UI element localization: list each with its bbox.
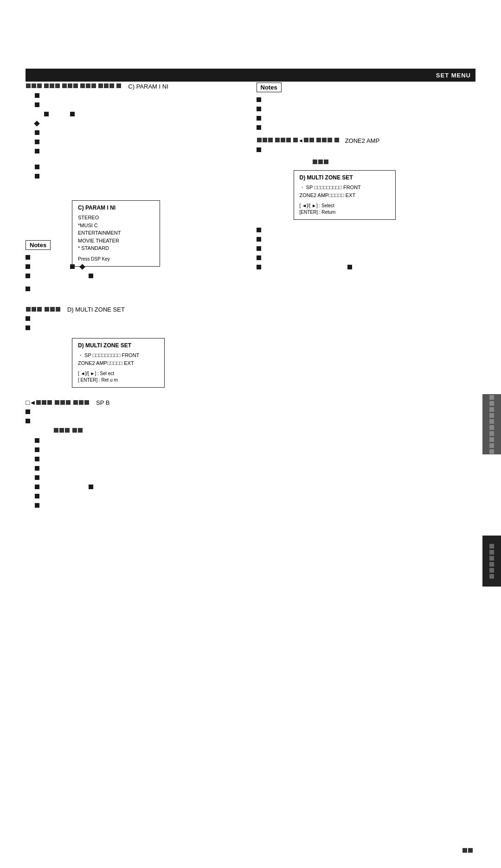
right-bullet-1 xyxy=(257,96,474,103)
sp-b-jp: □◄ xyxy=(26,399,90,406)
right-column: Notes ◄ ZONE2 AMP xyxy=(257,83,474,273)
top-bar: SET MENU xyxy=(26,69,475,82)
notes-bullet-3 xyxy=(26,272,473,280)
left-bullet-8 xyxy=(35,163,243,171)
right-bullet-5 xyxy=(257,146,474,153)
param-box-movie: MOVIE THEATER xyxy=(78,237,154,245)
left-bullet-5 xyxy=(35,129,243,136)
right-sidebar-top xyxy=(482,394,501,454)
right-jp-small xyxy=(312,158,474,166)
sp-sub-bullet-4 xyxy=(35,465,473,472)
param-box-entertainment: ENTERTAINMENT xyxy=(78,229,154,237)
param-ini-box: C) PARAM I NI STEREO *MUSI C ENTERTAINME… xyxy=(72,200,243,267)
left-header-row: C) PARAM I NI xyxy=(26,83,243,90)
sp-sub-bullet-6 xyxy=(35,483,473,491)
right-multi-zone-box: D) MULTI ZONE SET ・ SP □□□□□□□□□ FRONT Z… xyxy=(294,170,474,220)
right-bullet-9 xyxy=(257,254,474,262)
right-bullet-3 xyxy=(257,115,474,122)
left-jp-placeholder xyxy=(26,83,122,89)
right-multi-zone-title: D) MULTI ZONE SET xyxy=(300,174,390,181)
sp-b-sub-jp xyxy=(53,427,473,434)
left-bullet-2 xyxy=(35,101,243,108)
right-multi-zone-hint: [ ◄]/[ ►] : Select[ENTER] : Return xyxy=(300,203,390,216)
zone2-jp: ◄ xyxy=(257,138,340,143)
top-bar-title: SET MENU xyxy=(436,72,471,79)
sp-sub-bullet-8 xyxy=(35,502,473,509)
left-bullet-3 xyxy=(44,110,243,118)
section-d-bullet-1 xyxy=(26,315,473,322)
sp-b-bullet-1 xyxy=(26,408,473,415)
main-multi-zone-box: D) MULTI ZONE SET ・ SP □□□□□□□□□ FRONT Z… xyxy=(72,338,473,388)
zone2-row: ◄ ZONE2 AMP xyxy=(257,137,474,144)
right-bullet-4 xyxy=(257,124,474,131)
section-d-header: D) MULTI ZONE SET xyxy=(26,306,473,313)
sp-sub-bullet-7 xyxy=(35,492,473,500)
right-multi-zone-line2: ZONE2 AMP□□□□□ EXT xyxy=(300,191,390,199)
param-box-stereo: STEREO xyxy=(78,214,154,222)
param-box-title: C) PARAM I NI xyxy=(78,204,154,211)
param-ini-label: C) PARAM I NI xyxy=(128,83,168,90)
section-d-label: D) MULTI ZONE SET xyxy=(67,306,125,313)
param-box-hint: Press DSP Key xyxy=(78,256,154,262)
right-jp-small-text xyxy=(312,158,329,166)
main-multi-zone-title: D) MULTI ZONE SET xyxy=(78,342,159,349)
left-bullet-6 xyxy=(35,138,243,146)
right-notes-badge: Notes xyxy=(257,83,282,92)
left-bullet-7 xyxy=(35,147,243,155)
section-d-jp xyxy=(26,306,61,313)
left-diamond xyxy=(35,120,243,127)
main-multi-zone-line1: ・ SP □□□□□□□□□ FRONT xyxy=(78,351,159,359)
sp-sub-bullet-5 xyxy=(35,474,473,481)
notes-bullet-4 xyxy=(26,285,473,293)
right-sidebar-bottom xyxy=(482,536,501,587)
main-multi-zone-hint: [ ◄]/[ ►] : Sel ect[ ENTER] : Ret u rn xyxy=(78,370,159,383)
right-bullet-8 xyxy=(257,245,474,252)
sp-b-bullet-2 xyxy=(26,417,473,425)
sp-b-label: SP B xyxy=(96,399,109,406)
sp-sub-bullet-1 xyxy=(35,437,473,444)
right-bullet-2 xyxy=(257,105,474,113)
page-number xyxy=(462,847,473,854)
right-bullet-7 xyxy=(257,236,474,243)
sp-sub-bullet-2 xyxy=(35,446,473,453)
main-multi-zone-line2: ZONE2 AMP□□□□□ EXT xyxy=(78,359,159,367)
right-multi-zone-line1: ・ SP □□□□□□□□□ FRONT xyxy=(300,184,390,191)
left-bullet-1 xyxy=(35,92,243,99)
right-bullet-10 xyxy=(257,263,474,271)
left-bullet-9 xyxy=(35,172,243,180)
section-d-bullet-2 xyxy=(26,324,473,332)
left-column: C) PARAM I NI C) PARAM I NI STEREO *MUSI… xyxy=(26,83,243,273)
sp-b-header: □◄ SP B xyxy=(26,399,473,406)
right-notes-badge-container: Notes xyxy=(257,83,474,92)
param-box-standard: * STANDARD xyxy=(78,244,154,252)
notes-badge-left: Notes xyxy=(26,240,51,250)
sp-sub-bullet-3 xyxy=(35,455,473,463)
zone2-label: ZONE2 AMP xyxy=(345,137,379,144)
right-bullet-6 xyxy=(257,226,474,234)
param-box-music: *MUSI C xyxy=(78,222,154,230)
